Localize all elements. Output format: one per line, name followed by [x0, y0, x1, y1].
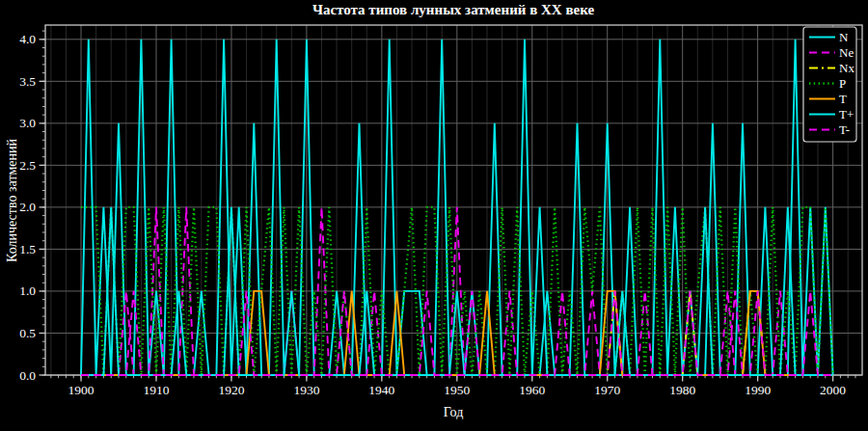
y-tick-label: 2.5	[19, 158, 36, 173]
x-tick-label: 1910	[143, 383, 169, 397]
legend-label-P: P	[839, 76, 846, 91]
chart-canvas: 1900191019201930194019501960197019801990…	[0, 0, 868, 431]
x-tick-label: 2000	[820, 383, 846, 397]
y-tick-label: 3.0	[19, 116, 36, 130]
x-tick-label: 1920	[218, 383, 244, 397]
x-tick-label: 1950	[444, 383, 470, 397]
legend: NNeNxPTT+T-	[803, 27, 856, 142]
x-tick-label: 1940	[368, 383, 394, 397]
x-tick-label: 1930	[293, 383, 319, 397]
y-axis-label: Количество затмений	[5, 139, 20, 262]
chart-title: Частота типов лунных затмений в XX веке	[312, 2, 594, 18]
x-tick-label: 1980	[669, 383, 695, 397]
x-tick-label: 1900	[68, 383, 95, 397]
y-tick-label: 2.0	[19, 200, 36, 214]
legend-label-Nx: Nx	[839, 61, 854, 75]
legend-label-T-: T-	[839, 122, 850, 137]
y-tick-label: 0.0	[19, 368, 36, 383]
y-tick-label: 4.0	[19, 32, 36, 46]
x-axis-label: Год	[444, 405, 464, 420]
x-tick-label: 1970	[594, 383, 620, 397]
legend-label-Ne: Ne	[839, 45, 854, 60]
y-tick-label: 1.0	[19, 283, 36, 298]
chart-figure: 1900191019201930194019501960197019801990…	[0, 0, 868, 431]
x-tick-label: 1990	[745, 383, 771, 397]
legend-label-T: T	[839, 92, 847, 106]
legend-label-T+: T+	[839, 107, 854, 121]
x-tick-label: 1960	[519, 383, 545, 397]
y-tick-label: 3.5	[19, 74, 36, 89]
y-tick-label: 0.5	[19, 326, 36, 340]
y-tick-label: 1.5	[19, 242, 36, 256]
legend-label-N: N	[839, 30, 849, 44]
